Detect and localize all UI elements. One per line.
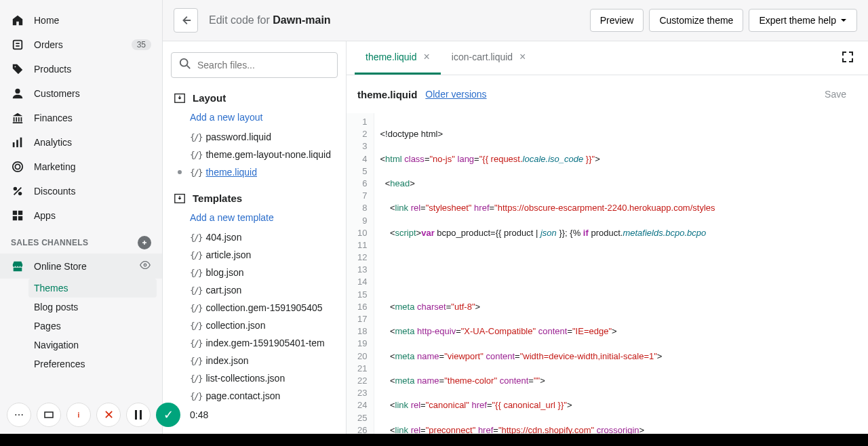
tab-theme-liquid[interactable]: theme.liquid × [355, 41, 441, 75]
nav-home[interactable]: Home [0, 8, 162, 33]
svg-point-7 [14, 187, 17, 190]
close-tab-icon[interactable]: × [519, 51, 526, 63]
file-theme-gem-layout[interactable]: {/} theme.gem-layout-none.liquid [171, 146, 338, 163]
svg-rect-2 [13, 142, 15, 147]
file-index-json[interactable]: {/} index.json [171, 352, 338, 369]
topbar: Edit code for Dawn-main Preview Customiz… [163, 0, 868, 41]
grid-icon [11, 209, 24, 222]
pause-button[interactable] [126, 403, 151, 427]
chevron-down-icon [840, 17, 847, 24]
svg-rect-20 [140, 410, 142, 420]
svg-rect-3 [16, 140, 18, 147]
nav-online-store[interactable]: Online Store [0, 254, 162, 279]
svg-point-5 [13, 162, 22, 171]
add-layout-link[interactable]: Add a new layout [171, 109, 338, 128]
save-button[interactable]: Save [814, 85, 857, 104]
layout-section[interactable]: Layout [171, 86, 338, 109]
expert-help-button[interactable]: Expert theme help [749, 9, 857, 32]
nav-marketing[interactable]: Marketing [0, 155, 162, 179]
templates-section[interactable]: Templates [171, 186, 338, 209]
nav-navigation[interactable]: Navigation [34, 336, 162, 354]
timer: 0:48 [190, 409, 208, 420]
nav-preferences[interactable]: Preferences [34, 354, 162, 373]
nav-themes[interactable]: Themes [28, 279, 157, 298]
editor-tabs: theme.liquid × icon-cart.liquid × [347, 41, 868, 75]
nav-finances[interactable]: Finances [0, 106, 162, 130]
nav-analytics[interactable]: Analytics [0, 130, 162, 155]
recorder-down-button[interactable]: i [66, 403, 91, 427]
expand-button[interactable] [835, 45, 860, 72]
file-blog-json[interactable]: {/} blog.json [171, 264, 338, 281]
chart-icon [11, 136, 24, 149]
editor-filename: theme.liquid [357, 89, 417, 100]
nav-products[interactable]: Products [0, 57, 162, 81]
close-tab-icon[interactable]: × [424, 51, 430, 63]
recorder-controls: ⋯ i ✕ ✓ 0:48 [7, 403, 208, 427]
svg-rect-19 [135, 410, 137, 420]
svg-point-6 [15, 164, 20, 169]
code-area[interactable]: 1234567891011121314151617181920212223242… [347, 113, 868, 446]
tab-icon-cart-liquid[interactable]: icon-cart.liquid × [441, 41, 537, 75]
cancel-recording-button[interactable]: ✕ [96, 403, 121, 427]
unsaved-dot-icon [178, 170, 182, 174]
bank-icon [11, 111, 24, 125]
folder-download-icon [174, 192, 186, 204]
file-index-gem[interactable]: {/} index.gem-1591905401-tem [171, 334, 338, 352]
add-template-link[interactable]: Add a new template [171, 209, 338, 228]
svg-point-1 [15, 89, 20, 94]
nav-discounts[interactable]: Discounts [0, 179, 162, 203]
svg-point-14 [144, 264, 146, 266]
customize-theme-button[interactable]: Customize theme [649, 9, 743, 32]
svg-point-8 [18, 192, 22, 195]
file-password-liquid[interactable]: {/} password.liquid [171, 128, 338, 146]
svg-rect-12 [18, 216, 22, 220]
store-icon [11, 260, 24, 273]
arrow-left-icon [180, 14, 192, 26]
more-button[interactable]: ⋯ [7, 403, 31, 427]
nav-apps[interactable]: Apps [0, 203, 162, 228]
svg-rect-4 [20, 138, 22, 147]
main: Edit code for Dawn-main Preview Customiz… [163, 0, 868, 446]
svg-rect-0 [14, 41, 22, 49]
preview-button[interactable]: Preview [590, 9, 644, 32]
older-versions-link[interactable]: Older versions [425, 89, 486, 100]
eye-icon[interactable] [139, 259, 151, 273]
file-article-json[interactable]: {/} article.json [171, 246, 338, 264]
search-files-input[interactable] [171, 52, 338, 78]
file-cart-json[interactable]: {/} cart.json [171, 281, 338, 299]
home-icon [11, 14, 24, 27]
recorder-rect-button[interactable] [37, 403, 61, 427]
back-button[interactable] [174, 8, 198, 33]
bottom-black-bar [0, 434, 868, 446]
file-404-json[interactable]: {/} 404.json [171, 228, 338, 246]
file-list-collections-json[interactable]: {/} list-collections.json [171, 369, 338, 387]
orders-icon [11, 38, 24, 52]
svg-rect-18 [45, 412, 53, 418]
code-body[interactable]: <!doctype html> <html class="no-js" lang… [374, 113, 722, 446]
folder-download-icon [174, 92, 186, 104]
code-editor: theme.liquid × icon-cart.liquid × theme.… [346, 41, 868, 446]
editor-header: theme.liquid Older versions Save [347, 75, 868, 113]
percent-icon [11, 184, 24, 198]
page-title: Edit code for Dawn-main [209, 14, 331, 26]
file-collection-gem[interactable]: {/} collection.gem-1591905405 [171, 299, 338, 317]
file-tree: Layout Add a new layout {/} password.liq… [163, 41, 346, 446]
add-channel-icon[interactable] [138, 236, 151, 249]
nav-pages[interactable]: Pages [34, 317, 162, 336]
search-icon [179, 58, 191, 73]
sales-channels-header: SALES CHANNELS [0, 228, 162, 254]
orders-badge: 35 [132, 39, 151, 50]
svg-rect-11 [13, 216, 17, 220]
svg-rect-10 [18, 211, 22, 215]
nav-blog-posts[interactable]: Blog posts [34, 298, 162, 317]
file-theme-liquid[interactable]: {/} theme.liquid [171, 163, 338, 181]
svg-rect-9 [13, 211, 17, 215]
target-icon [11, 160, 24, 174]
file-collection-json[interactable]: {/} collection.json [171, 317, 338, 334]
nav-customers[interactable]: Customers [0, 81, 162, 106]
sidebar: Home Orders 35 Products Customers Financ… [0, 0, 163, 446]
nav-orders[interactable]: Orders 35 [0, 33, 162, 57]
svg-point-15 [180, 59, 188, 66]
finish-recording-button[interactable]: ✓ [156, 403, 180, 427]
expand-icon [841, 50, 854, 64]
